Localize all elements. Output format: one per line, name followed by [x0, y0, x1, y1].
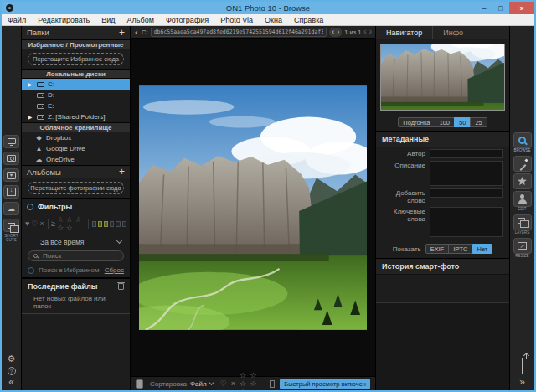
quick-view-button[interactable]: Быстрый просмотр включен — [280, 379, 370, 389]
favorites-dropzone[interactable]: Перетащите Избранное сюда — [28, 53, 124, 65]
menu-file[interactable]: Файл — [2, 16, 32, 24]
description-label: Описание — [382, 161, 425, 169]
add-folder-button[interactable]: + — [119, 28, 125, 38]
sort-dropdown[interactable]: Файл — [190, 380, 214, 388]
filter-color-swatch[interactable] — [110, 221, 114, 227]
filter-color-swatch[interactable] — [98, 221, 102, 227]
cloud-icon: ☁ — [8, 205, 15, 213]
reject-button[interactable]: × — [231, 379, 236, 388]
filters-radio[interactable] — [27, 204, 34, 210]
shortcut-cloud-button[interactable]: ☁ — [3, 202, 19, 215]
next-disabled-icon[interactable]: › — [369, 28, 372, 36]
filter-rejected-icon[interactable]: × — [39, 219, 44, 228]
expand-icon[interactable]: ▶ — [27, 81, 34, 87]
color-label-button[interactable] — [270, 380, 275, 388]
recent-files-header: Последние файлы — [22, 279, 130, 292]
rating-stars[interactable]: ☆ ☆ ☆ ☆ ☆ — [240, 371, 266, 392]
search-box[interactable] — [28, 250, 124, 261]
filter-gte-icon[interactable]: ≥ — [51, 219, 55, 228]
menu-help[interactable]: Справка — [288, 16, 329, 24]
tab-info[interactable]: Инфо — [432, 26, 473, 39]
path-bar: ‹ C: db6c55aaea5ca497ad8fed0219e97425515… — [131, 26, 375, 39]
time-filter-dropdown[interactable]: За все время — [22, 235, 130, 249]
show-exif-button[interactable]: EXIF — [425, 244, 450, 254]
filter-color-swatch[interactable] — [116, 221, 120, 227]
shortcut-favorites-button[interactable]: ♥ — [3, 168, 19, 182]
shortcut-albums-button[interactable] — [3, 219, 19, 232]
collapse-right-panel-button[interactable]: » — [519, 377, 525, 387]
cloud-row-onedrive[interactable]: ☁ OneDrive — [22, 154, 130, 165]
module-browse-button[interactable] — [513, 132, 532, 148]
add-album-button[interactable]: + — [119, 167, 125, 177]
photo-counter: 1 из 1 — [344, 28, 361, 36]
export-button[interactable] — [522, 358, 523, 374]
keywords-field[interactable] — [430, 207, 503, 237]
filter-liked-icon[interactable]: ♥ — [25, 219, 29, 228]
show-none-button[interactable]: Нет — [472, 244, 493, 254]
drive-row-e[interactable]: E: — [22, 101, 130, 111]
shortcut-camera-button[interactable] — [3, 152, 19, 165]
menu-view[interactable]: Вид — [95, 16, 121, 24]
drive-row-d[interactable]: D: — [22, 90, 130, 101]
filter-color-swatch[interactable] — [122, 221, 126, 227]
back-button[interactable]: ‹ — [134, 28, 139, 37]
cloud-row-gdrive[interactable]: ▲ Google Drive — [22, 143, 130, 154]
prev-photo-button[interactable]: ‹ — [332, 28, 334, 36]
like-button[interactable]: ♡ — [220, 379, 228, 388]
author-field[interactable] — [430, 149, 503, 158]
menu-windows[interactable]: Окна — [259, 16, 288, 24]
cloud-section-header: Облачное хранилище — [22, 122, 130, 132]
settings-button[interactable]: ⚙ — [8, 350, 16, 365]
close-button[interactable]: x — [509, 2, 534, 14]
module-layers-button[interactable] — [513, 214, 532, 230]
help-button[interactable]: ? — [8, 367, 16, 375]
prev-disabled-icon[interactable]: ‹ — [363, 28, 366, 36]
menu-album[interactable]: Альбом — [121, 16, 160, 24]
show-iptc-button[interactable]: IPTC — [448, 244, 472, 254]
effects-star-icon — [518, 177, 527, 186]
search-input[interactable] — [41, 251, 118, 260]
menu-photovia[interactable]: Photo Via — [214, 16, 259, 24]
filter-color-swatch[interactable] — [104, 221, 108, 227]
albums-dropzone[interactable]: Перетащите фотографии сюда — [28, 182, 124, 194]
zoom-100-button[interactable]: 100 — [435, 117, 456, 127]
next-photo-button[interactable]: › — [337, 28, 339, 36]
tab-navigator[interactable]: Навигатор — [376, 26, 432, 39]
minimize-button[interactable]: – — [476, 2, 492, 14]
shortcut-computer-button[interactable] — [3, 135, 19, 148]
zoom-25-button[interactable]: 25 — [470, 117, 487, 127]
breadcrumb-drive[interactable]: C: — [142, 28, 148, 36]
thumbnail-view-button[interactable] — [136, 379, 143, 389]
module-enhance-button[interactable] — [513, 156, 532, 172]
google-drive-icon: ▲ — [35, 145, 43, 152]
window-title: ON1 Photo 10 - Browse — [2, 3, 534, 13]
filter-not-liked-icon[interactable]: ♡ — [31, 219, 38, 228]
filters-section: Фильтры — [22, 198, 130, 213]
module-resize-button[interactable]: ↗ — [513, 238, 532, 254]
add-word-field[interactable] — [430, 188, 503, 198]
zoom-fit-button[interactable]: Подгонка — [398, 117, 435, 127]
zoom-50-button[interactable]: 50 — [454, 117, 471, 127]
module-effects-button[interactable] — [513, 173, 532, 189]
trash-icon[interactable] — [118, 283, 124, 290]
drive-row-c[interactable]: ▶ C: — [22, 79, 130, 90]
layers-icon — [518, 218, 525, 224]
filter-stars[interactable]: ☆ ☆ ☆ ☆ ☆ — [57, 215, 85, 232]
description-field[interactable] — [430, 161, 503, 186]
menu-edit[interactable]: Редактировать — [32, 16, 95, 24]
maximize-button[interactable]: □ — [492, 2, 509, 14]
search-favorites-radio[interactable] — [28, 267, 34, 274]
drive-row-z[interactable]: ▶ Z: [Shared Folders] — [22, 111, 130, 122]
collapse-left-panel-button[interactable]: « — [8, 377, 14, 387]
menu-photo[interactable]: Фотография — [160, 16, 214, 24]
filter-color-swatch[interactable] — [92, 221, 96, 227]
navigator-thumbnail[interactable] — [380, 44, 505, 111]
gear-icon: ⚙ — [8, 353, 16, 364]
app-logo-icon[interactable] — [6, 4, 13, 12]
module-portrait-button[interactable] — [513, 191, 532, 207]
cloud-row-dropbox[interactable]: ◆ Dropbox — [22, 132, 130, 143]
expand-icon[interactable]: ▶ — [27, 114, 34, 120]
shortcut-import-button[interactable]: ↓ — [3, 185, 19, 199]
reset-link[interactable]: Сброс — [105, 266, 124, 274]
navigator-photo — [381, 44, 504, 110]
